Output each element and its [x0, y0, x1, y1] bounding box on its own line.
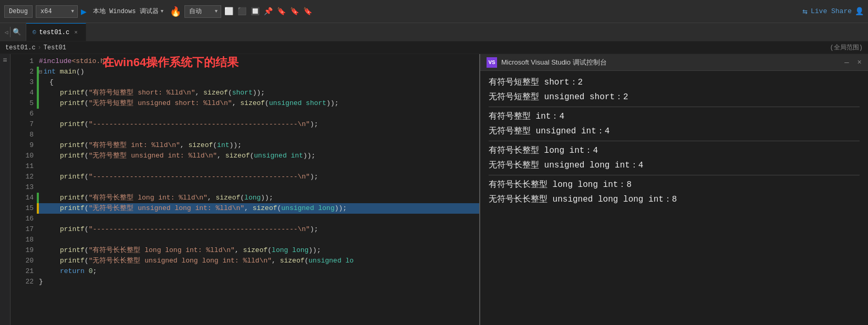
code-line-1: #include<stdio.h>	[37, 56, 479, 67]
tab-test01[interactable]: © test01.c ×	[26, 23, 86, 41]
code-editor[interactable]: #include<stdio.h> ⊟ int main() { printf(…	[37, 54, 479, 325]
main-layout: ≡ 在win64操作系统下的结果 1 2 3 4 5 6 7 8 9 10 11…	[0, 54, 868, 325]
icon7[interactable]: 🔖	[303, 7, 312, 16]
file-type-icon: ©	[33, 29, 36, 36]
icon6[interactable]: 🔖	[290, 7, 299, 16]
console-line-5: 有符号长整型 long int：4	[489, 143, 860, 158]
icon3[interactable]: 🔲	[251, 7, 260, 16]
breadcrumb-file: test01.c	[5, 44, 36, 51]
change-indicator-5	[37, 98, 39, 109]
line-num-3: 3	[11, 77, 34, 88]
console-output: 有符号短整型 short：2 无符号短整型 unsigned short：2 有…	[480, 71, 868, 325]
debug-dropdown[interactable]: Debug	[4, 5, 33, 18]
breadcrumb-scope: (全局范围)	[830, 43, 863, 52]
separator	[10, 27, 11, 37]
icon1[interactable]: ⬜	[224, 7, 233, 16]
line-num-10: 10	[11, 151, 34, 161]
console-panel: VS Microsoft Visual Studio 调试控制台 — × 有符号…	[479, 54, 868, 325]
local-debugger-label: 本地 Windows 调试器	[93, 7, 159, 16]
console-sep-2	[489, 141, 860, 141]
code-line-6	[37, 109, 479, 119]
pin-icon[interactable]: ◁	[5, 29, 8, 36]
console-sep-3	[489, 175, 860, 175]
breadcrumb-sep1: ›	[38, 44, 42, 51]
console-line-4: 无符号整型 unsigned int：4	[489, 124, 860, 139]
console-line-2: 无符号短整型 unsigned short：2	[489, 90, 860, 104]
line-num-1: 1	[11, 56, 34, 67]
console-line-3: 有符号整型 int：4	[489, 109, 860, 124]
debug-label: Debug	[9, 8, 28, 15]
tab-filename: test01.c	[39, 29, 70, 36]
liveshare-button[interactable]: ⇆ Live Share 👤	[802, 6, 864, 17]
icon5[interactable]: 🔖	[277, 7, 286, 16]
change-indicator-15	[37, 203, 39, 214]
line-num-5: 5	[11, 98, 34, 109]
line-num-20: 20	[11, 256, 34, 266]
console-title: Microsoft Visual Studio 调试控制台	[501, 58, 607, 67]
fire-icon: 🔥	[170, 6, 181, 17]
collapse-btn-2[interactable]: ⊟	[39, 67, 43, 77]
line-num-6: 6	[11, 109, 34, 119]
breadcrumb-item: Test01	[44, 44, 66, 51]
liveshare-label: Live Share	[811, 7, 852, 15]
code-line-19: printf("有符号长长整型 long long int: %lld\n", …	[37, 245, 479, 256]
code-line-17: printf("--------------------------------…	[37, 224, 479, 235]
code-line-20: printf("无符号长长整型 unsigned long long int: …	[37, 256, 479, 266]
local-debugger-btn[interactable]: 本地 Windows 调试器 ▼	[90, 6, 167, 17]
tab-pin-area: ◁ 🔍	[0, 23, 26, 41]
line-num-11: 11	[11, 161, 34, 172]
console-line-1: 有符号短整型 short：2	[489, 75, 860, 90]
icon2[interactable]: ⬛	[237, 7, 246, 16]
auto-dropdown[interactable]: 自动	[184, 5, 221, 18]
line-num-13: 13	[11, 182, 34, 193]
code-line-12: printf("--------------------------------…	[37, 172, 479, 182]
code-line-16	[37, 214, 479, 224]
change-indicator-4	[37, 88, 39, 98]
arch-dropdown[interactable]: x64	[36, 5, 78, 18]
console-line-6: 无符号长整型 unsigned long int：4	[489, 158, 860, 173]
line-num-8: 8	[11, 130, 34, 140]
auto-label: 自动	[189, 7, 202, 16]
console-line-8: 无符号长长整型 unsigned long long int：8	[489, 192, 860, 207]
line-num-12: 12	[11, 172, 34, 182]
tabs-bar: ◁ 🔍 © test01.c ×	[0, 23, 868, 41]
sidebar-icon-1[interactable]: ≡	[3, 56, 7, 65]
arch-label: x64	[40, 8, 52, 15]
account-icon: 👤	[855, 7, 864, 16]
code-line-4: printf("有符号短整型 short: %lld\n", sizeof(sh…	[37, 88, 479, 98]
tab-close-button[interactable]: ×	[73, 29, 79, 36]
line-num-17: 17	[11, 224, 34, 235]
line-num-9: 9	[11, 140, 34, 151]
line-num-4: 4	[11, 88, 34, 98]
line-num-18: 18	[11, 235, 34, 245]
code-line-9: printf("有符号整型 int: %lld\n", sizeof(int))…	[37, 140, 479, 151]
search-icon[interactable]: 🔍	[13, 28, 21, 36]
code-line-3: {	[37, 77, 479, 88]
change-indicator-14	[37, 193, 39, 203]
code-line-13	[37, 182, 479, 193]
code-line-21: return 0;	[37, 266, 479, 277]
console-sep-1	[489, 107, 860, 107]
line-num-19: 19	[11, 245, 34, 256]
code-line-10: printf("无符号整型 unsigned int: %lld\n", siz…	[37, 151, 479, 161]
toolbar-extra-icons: ⬜ ⬛ 🔲 📌 🔖 🔖 🔖	[224, 7, 312, 16]
line-num-16: 16	[11, 214, 34, 224]
console-title-bar: VS Microsoft Visual Studio 调试控制台 — ×	[480, 54, 868, 71]
console-line-7: 有符号长长整型 long long int：8	[489, 177, 860, 192]
code-line-18	[37, 235, 479, 245]
line-numbers: 1 2 3 4 5 6 7 8 9 10 11 12 13 14 15 16 1…	[11, 54, 37, 325]
code-line-5: printf("无符号短整型 unsigned short: %lld\n", …	[37, 98, 479, 109]
icon4[interactable]: 📌	[264, 7, 273, 16]
toolbar: Debug x64 ▶ 本地 Windows 调试器 ▼ 🔥 自动 ⬜ ⬛ 🔲 …	[0, 0, 868, 23]
line-num-22: 22	[11, 277, 34, 287]
code-line-14: printf("有符号长整型 long int: %lld\n", sizeof…	[37, 193, 479, 203]
debugger-dropdown-arrow: ▼	[161, 9, 163, 14]
console-minimize-btn[interactable]: —	[844, 58, 849, 67]
line-num-7: 7	[11, 119, 34, 130]
console-close-btn[interactable]: ×	[857, 58, 862, 67]
play-button[interactable]: ▶	[81, 6, 87, 17]
left-sidebar: ≡	[0, 54, 11, 325]
line-num-2: 2	[11, 67, 34, 77]
code-line-2: ⊟ int main()	[37, 67, 479, 77]
change-indicator-2	[37, 67, 39, 77]
